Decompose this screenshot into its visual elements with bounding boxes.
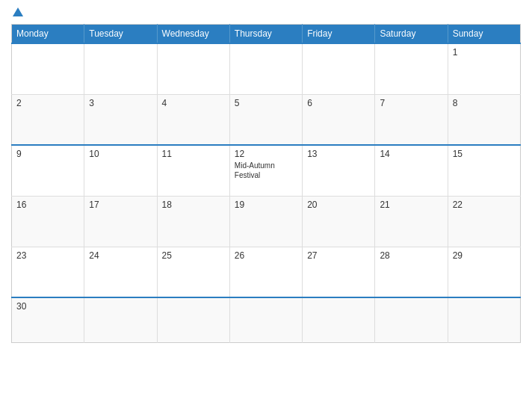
calendar-cell: 22 [448,196,520,247]
calendar-cell [375,297,448,342]
calendar-cell: 18 [157,196,229,247]
calendar-cell: 24 [84,247,157,297]
day-number: 18 [162,200,225,210]
day-number: 13 [307,149,370,159]
day-number: 21 [380,200,442,210]
calendar-cell [84,43,157,94]
calendar-cell: 16 [12,196,84,247]
col-thursday: Thursday [229,25,302,44]
calendar-cell: 26 [229,247,302,297]
col-monday: Monday [12,25,84,44]
calendar-cell [157,43,229,94]
day-number: 7 [380,98,442,108]
day-number: 24 [89,250,152,261]
col-wednesday: Wednesday [157,25,229,44]
calendar-cell: 4 [157,94,229,145]
logo-triangle-icon [13,7,23,16]
calendar-cell: 21 [375,196,448,247]
day-number: 20 [307,200,370,210]
day-number: 14 [380,149,442,159]
calendar-week-row: 2345678 [12,94,521,145]
calendar-week-row: 16171819202122 [12,196,521,247]
calendar-cell: 13 [303,145,375,196]
day-number: 11 [162,149,225,159]
calendar-cell [84,297,157,342]
day-number: 29 [453,250,516,261]
calendar-week-row: 1 [12,43,521,94]
calendar-cell: 10 [84,145,157,196]
day-number: 1 [453,47,516,58]
col-friday: Friday [303,25,375,44]
calendar-page: Monday Tuesday Wednesday Thursday Friday… [0,0,532,411]
day-number: 25 [162,250,225,261]
calendar-week-row: 9101112Mid-Autumn Festival131415 [12,145,521,196]
calendar-cell: 3 [84,94,157,145]
day-number: 5 [235,98,297,108]
calendar-cell: 8 [448,94,520,145]
day-number: 28 [380,250,442,261]
day-number: 8 [453,98,516,108]
calendar-cell: 28 [375,247,448,297]
day-number: 26 [235,250,297,261]
calendar-cell [229,43,302,94]
col-sunday: Sunday [448,25,520,44]
calendar-cell: 23 [12,247,84,297]
day-number: 15 [453,149,516,159]
calendar-cell [157,297,229,342]
calendar-cell: 7 [375,94,448,145]
calendar-cell [12,43,84,94]
calendar-cell: 25 [157,247,229,297]
day-number: 4 [162,98,225,108]
day-number: 23 [16,250,79,261]
calendar-cell: 29 [448,247,520,297]
col-saturday: Saturday [375,25,448,44]
calendar-cell: 19 [229,196,302,247]
day-number: 27 [307,250,370,261]
calendar-cell: 12Mid-Autumn Festival [229,145,302,196]
calendar-cell: 2 [12,94,84,145]
calendar-cell: 20 [303,196,375,247]
calendar-cell: 9 [12,145,84,196]
day-number: 10 [89,149,152,159]
calendar-cell: 15 [448,145,520,196]
calendar-cell: 17 [84,196,157,247]
day-number: 19 [235,200,297,210]
calendar-table: Monday Tuesday Wednesday Thursday Friday… [11,24,521,343]
calendar-cell [375,43,448,94]
calendar-cell: 11 [157,145,229,196]
day-number: 6 [307,98,370,108]
calendar-cell: 30 [12,297,84,342]
calendar-cell [229,297,302,342]
calendar-cell: 27 [303,247,375,297]
logo [11,7,23,18]
day-number: 9 [16,149,79,159]
day-number: 22 [453,200,516,210]
calendar-cell: 6 [303,94,375,145]
day-number: 3 [89,98,152,108]
calendar-cell: 5 [229,94,302,145]
day-number: 30 [16,301,79,312]
day-number: 2 [16,98,79,108]
day-number: 17 [89,200,152,210]
calendar-cell: 14 [375,145,448,196]
day-number: 16 [16,200,79,210]
event-label: Mid-Autumn Festival [235,161,297,180]
calendar-week-row: 23242526272829 [12,247,521,297]
calendar-cell [303,297,375,342]
calendar-cell [448,297,520,342]
header-row: Monday Tuesday Wednesday Thursday Friday… [12,25,521,44]
calendar-cell: 1 [448,43,520,94]
day-number: 12 [235,149,297,159]
col-tuesday: Tuesday [84,25,157,44]
calendar-week-row: 30 [12,297,521,342]
calendar-cell [303,43,375,94]
header [11,7,521,18]
